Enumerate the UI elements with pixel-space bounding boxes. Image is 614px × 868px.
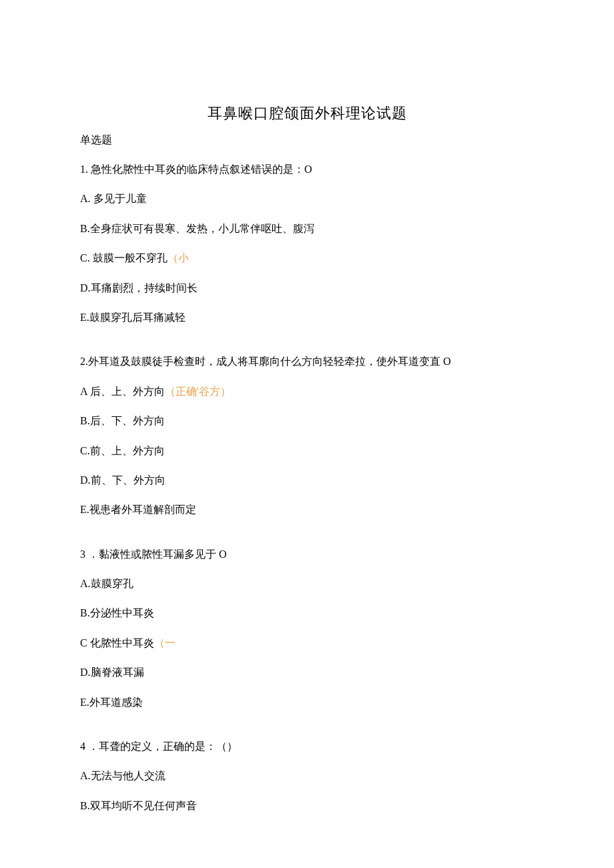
option-text: B.全身症状可有畏寒、发热，小儿常伴呕吐、腹泻: [80, 223, 314, 234]
option-text: E.鼓膜穿孔后耳痛减轻: [80, 312, 186, 323]
option-text: D.脑脊液耳漏: [80, 667, 144, 678]
question-option: B.分泌性中耳炎: [80, 606, 534, 620]
page-content: 耳鼻喉口腔颌面外科理论试题 单选题 1. 急性化脓性中耳炎的临床特点叙述错误的是…: [0, 0, 614, 868]
option-annotation: （一: [154, 637, 176, 648]
question-option: D.前、下、外方向: [80, 473, 534, 488]
option-text: E.外耳道感染: [80, 697, 143, 708]
option-text: B.分泌性中耳炎: [80, 607, 154, 618]
option-text: A. 多见于儿童: [80, 193, 147, 204]
page-title: 耳鼻喉口腔颌面外科理论试题: [80, 103, 534, 123]
question-option: E.外耳道感染: [80, 695, 534, 710]
option-text: C. 鼓膜一般不穿孔: [80, 252, 168, 264]
option-text: A.鼓膜穿孔: [80, 578, 133, 589]
question-option: C.前、上、外方向: [80, 444, 534, 458]
question-option: D.耳痛剧烈，持续时间长: [80, 281, 534, 296]
question-stem: 4 ．耳聋的定义，正确的是：（）: [80, 739, 534, 754]
question-stem: 3 ．黏液性或脓性耳漏多见于 O: [80, 547, 534, 562]
question-option: E.视患者外耳道解剖而定: [80, 502, 534, 517]
question-option: B.双耳均听不见任何声音: [80, 799, 534, 813]
spacer: [80, 532, 534, 547]
question-option: A. 多见于儿童: [80, 191, 534, 206]
option-text: C.前、上、外方向: [80, 445, 165, 456]
option-text: B.后、下、外方向: [80, 415, 165, 426]
question-option: B.后、下、外方向: [80, 414, 534, 428]
option-text: A.无法与他人交流: [80, 770, 166, 781]
option-annotation: （小: [168, 252, 189, 264]
question-option: E.鼓膜穿孔后耳痛减轻: [80, 310, 534, 325]
question-option: D.脑脊液耳漏: [80, 665, 534, 680]
option-text: B.双耳均听不见任何声音: [80, 800, 197, 811]
question-option: C. 鼓膜一般不穿孔（小: [80, 251, 534, 266]
option-text: D.耳痛剧烈，持续时间长: [80, 282, 198, 294]
option-text: D.前、下、外方向: [80, 474, 166, 486]
question-option: C 化脓性中耳炎（一: [80, 636, 534, 650]
question-stem: 2.外耳道及鼓膜徒手检查时，成人将耳廓向什么方向轻轻牵拉，使外耳道变直 O: [80, 354, 534, 369]
spacer: [80, 725, 534, 739]
section-label: 单选题: [80, 133, 534, 147]
spacer: [80, 340, 534, 354]
question-stem: 1. 急性化脓性中耳炎的临床特点叙述错误的是：O: [80, 162, 534, 177]
option-text: C 化脓性中耳炎: [80, 637, 154, 648]
option-text: A 后、上、外方向: [80, 386, 165, 397]
question-option: A.无法与他人交流: [80, 769, 534, 783]
question-option: B.全身症状可有畏寒、发热，小儿常伴呕吐、腹泻: [80, 222, 534, 236]
question-option: A 后、上、外方向（正确'谷方）: [80, 384, 534, 399]
option-annotation: （正确'谷方）: [165, 386, 231, 397]
question-option: A.鼓膜穿孔: [80, 576, 534, 591]
option-text: E.视患者外耳道解剖而定: [80, 504, 196, 515]
